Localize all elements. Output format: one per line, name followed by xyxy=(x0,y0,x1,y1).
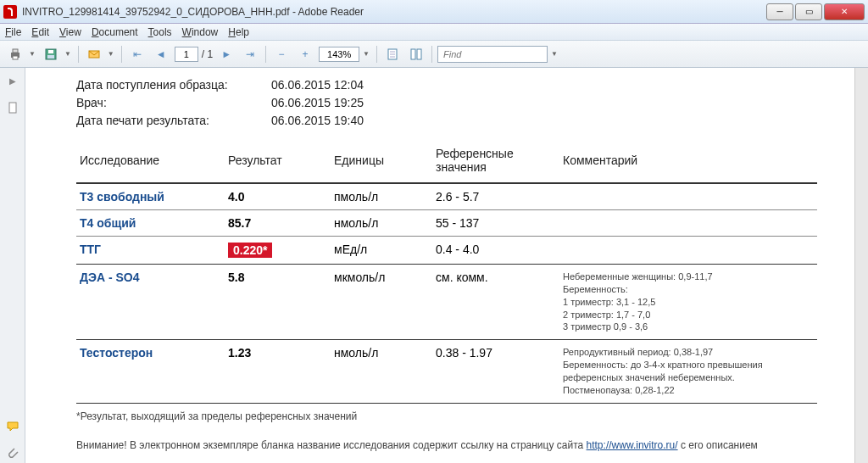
svg-rect-5 xyxy=(47,55,54,59)
find-input[interactable] xyxy=(437,46,548,63)
units-value: нмоль/л xyxy=(331,340,432,403)
comment-value xyxy=(559,237,817,265)
zoom-input[interactable] xyxy=(319,47,359,62)
menu-document[interactable]: Document xyxy=(92,26,138,38)
svg-rect-10 xyxy=(9,103,16,113)
print-date-label: Дата печати результата: xyxy=(76,112,271,130)
doctor-value: 06.06.2015 19:25 xyxy=(271,94,364,112)
adobe-reader-icon xyxy=(3,5,17,19)
notice-pre: Внимание! В электронном экземпляре бланк… xyxy=(76,439,587,451)
menu-edit[interactable]: Edit xyxy=(31,26,49,38)
save-button[interactable] xyxy=(41,44,61,64)
result-value: 4.0 xyxy=(228,190,244,204)
ref-value: см. комм. xyxy=(432,265,559,340)
page-next-button[interactable]: ► xyxy=(216,44,236,64)
units-value: нмоль/л xyxy=(331,210,432,237)
test-link[interactable]: Тестостерон xyxy=(80,346,153,360)
svg-rect-1 xyxy=(13,49,18,53)
notice-link[interactable]: http://www.invitro.ru/ xyxy=(587,439,678,451)
test-link[interactable]: ТТГ xyxy=(80,243,101,256)
nav-attachments-button[interactable] xyxy=(3,444,22,463)
svg-rect-4 xyxy=(48,50,53,53)
ref-value: 2.6 - 5.7 xyxy=(432,183,559,210)
results-table: Исследование Результат Единицы Референсн… xyxy=(76,142,817,404)
nav-comments-button[interactable] xyxy=(3,417,22,436)
page-total-label: / 1 xyxy=(202,48,213,60)
menu-file[interactable]: File xyxy=(5,26,21,38)
zoom-in-button[interactable]: + xyxy=(295,44,315,64)
col-units: Единицы xyxy=(331,142,432,183)
zoom-dropdown-icon[interactable]: ▼ xyxy=(361,50,371,58)
units-value: мкмоль/л xyxy=(331,265,432,340)
result-value: 5.8 xyxy=(228,271,244,284)
email-dropdown-icon[interactable]: ▼ xyxy=(106,50,116,58)
find-dropdown-icon[interactable]: ▼ xyxy=(549,50,559,58)
doctor-label: Врач: xyxy=(76,94,271,112)
page-number-input[interactable] xyxy=(175,47,198,62)
test-link[interactable]: ДЭА - SO4 xyxy=(80,271,140,284)
close-button[interactable]: ✕ xyxy=(824,3,865,20)
vertical-scrollbar[interactable] xyxy=(854,68,868,463)
pdf-page: Дата поступления образца: 06.06.2015 12:… xyxy=(25,68,868,463)
col-comment: Комментарий xyxy=(559,142,817,183)
svg-rect-9 xyxy=(417,49,421,59)
titlebar: INVITRO_129981414_39752942_0_СИДОРОВА_НН… xyxy=(0,0,868,24)
footnote: *Результат, выходящий за пределы референ… xyxy=(76,410,817,422)
result-alert: 0.220* xyxy=(228,243,272,258)
ref-value: 55 - 137 xyxy=(432,210,559,237)
svg-rect-8 xyxy=(411,49,415,59)
notice-post: с его описанием xyxy=(678,439,758,451)
nav-expand-button[interactable]: ▶ xyxy=(3,71,22,90)
print-button[interactable] xyxy=(5,44,25,64)
col-ref: Референсные значения xyxy=(432,142,559,183)
svg-rect-2 xyxy=(13,56,18,59)
page-last-button[interactable]: ⇥ xyxy=(240,44,260,64)
menubar: File Edit View Document Tools Window Hel… xyxy=(0,24,868,41)
ref-value: 0.38 - 1.97 xyxy=(432,340,559,403)
units-value: пмоль/л xyxy=(331,183,432,210)
page-first-button[interactable]: ⇤ xyxy=(127,44,147,64)
table-row: ДЭА - SO45.8мкмоль/лсм. комм.Небеременны… xyxy=(76,265,817,340)
fit-width-button[interactable] xyxy=(406,44,426,64)
menu-view[interactable]: View xyxy=(59,26,81,38)
result-value: 85.7 xyxy=(228,216,251,230)
result-value: 1.23 xyxy=(228,346,251,360)
sample-date-label: Дата поступления образца: xyxy=(76,76,271,94)
table-row: Тестостерон1.23нмоль/л0.38 - 1.97Репроду… xyxy=(76,340,817,403)
menu-window[interactable]: Window xyxy=(182,26,219,38)
menu-tools[interactable]: Tools xyxy=(148,26,172,38)
print-date-value: 06.06.2015 19:40 xyxy=(271,112,364,130)
test-link[interactable]: Т4 общий xyxy=(80,216,136,230)
save-dropdown-icon[interactable]: ▼ xyxy=(63,50,73,58)
email-button[interactable] xyxy=(84,44,104,64)
table-row: Т4 общий85.7нмоль/л55 - 137 xyxy=(76,210,817,237)
comment-value xyxy=(559,210,817,237)
test-link[interactable]: Т3 свободный xyxy=(80,190,164,204)
print-dropdown-icon[interactable]: ▼ xyxy=(27,50,37,58)
notice: Внимание! В электронном экземпляре бланк… xyxy=(76,439,817,451)
menu-help[interactable]: Help xyxy=(228,26,249,38)
document-area: Дата поступления образца: 06.06.2015 12:… xyxy=(25,68,868,463)
units-value: мЕд/л xyxy=(331,237,432,265)
page-prev-button[interactable]: ◄ xyxy=(151,44,171,64)
col-result: Результат xyxy=(225,142,331,183)
comment-value: Небеременные женщины: 0,9-11,7 Беременно… xyxy=(559,265,817,340)
nav-pages-button[interactable] xyxy=(3,98,22,117)
navigation-pane: ▶ xyxy=(0,68,25,463)
comment-value xyxy=(559,183,817,210)
ref-value: 0.4 - 4.0 xyxy=(432,237,559,265)
table-row: Т3 свободный4.0пмоль/л2.6 - 5.7 xyxy=(76,183,817,210)
table-row: ТТГ0.220*мЕд/л0.4 - 4.0 xyxy=(76,237,817,265)
toolbar: ▼ ▼ ▼ ⇤ ◄ / 1 ► ⇥ − + ▼ ▼ xyxy=(0,41,868,68)
minimize-button[interactable]: ─ xyxy=(766,3,793,20)
col-test: Исследование xyxy=(76,142,225,183)
zoom-out-button[interactable]: − xyxy=(271,44,292,64)
fit-page-button[interactable] xyxy=(382,44,403,64)
window-title: INVITRO_129981414_39752942_0_СИДОРОВА_НН… xyxy=(22,6,765,18)
maximize-button[interactable]: ▭ xyxy=(795,3,822,20)
sample-date-value: 06.06.2015 12:04 xyxy=(271,76,364,94)
comment-value: Репродуктивный период: 0,38-1,97 Беремен… xyxy=(559,340,817,403)
